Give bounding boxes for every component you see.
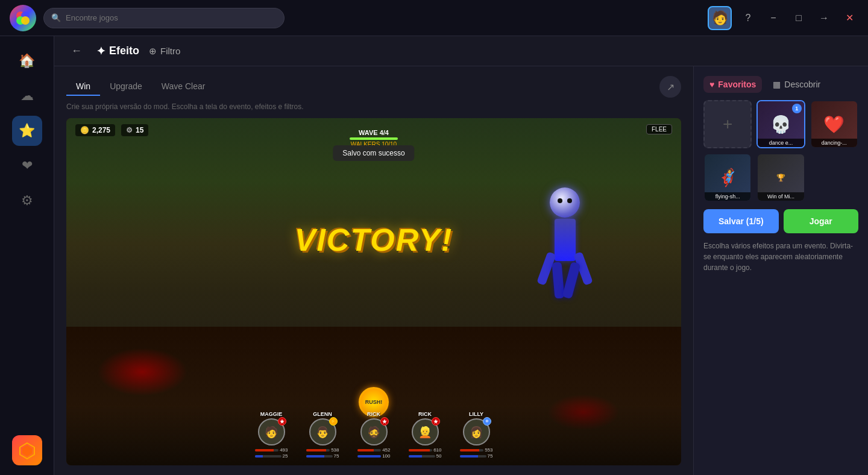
top-nav: ← ✦ Efeito ⊕ Filtro [54, 36, 868, 66]
char-stats-rick: 452 100 [357, 447, 391, 459]
page-title: Efeito [109, 45, 139, 57]
share-icon: ↗ [667, 81, 675, 93]
victory-area: VICTORY! [295, 222, 453, 258]
sidebar-item-effects[interactable]: ⭐ [12, 116, 42, 146]
char-name-rick2: RICK [418, 411, 432, 417]
game-canvas: 🪙 2,275 ⚙ 15 WAVE 4/4 [66, 118, 681, 465]
svg-marker-5 [22, 445, 32, 456]
effect-card-dancing[interactable]: ❤️ dancing-... [810, 100, 858, 148]
char-badge-maggie [278, 417, 286, 426]
search-bar[interactable]: 🔍 [43, 8, 285, 28]
coins-stat: 🪙 2,275 [75, 124, 115, 136]
settings-icon: ⚙ [21, 193, 33, 209]
title-bar: 🔍 🧑 ? − □ → ✕ [0, 0, 868, 36]
gear-small-icon: ⚙ [126, 126, 133, 134]
char-avatar-lilly: 👩 ❄ [463, 418, 490, 445]
flying-effect-label: flying-sh... [705, 192, 750, 201]
descobrir-button[interactable]: ▦ Descobrir [767, 76, 826, 93]
save-notification: Salvo com sucesso [333, 145, 414, 161]
avatar-button[interactable]: 🧑 [708, 6, 732, 30]
char-name-glenn: GLENN [313, 411, 332, 417]
dance-effect-icon: 💀 [770, 115, 791, 134]
search-icon: 🔍 [51, 13, 61, 22]
heart-icon: ❤ [22, 158, 33, 174]
coin-icon: 🪙 [80, 126, 89, 134]
char-slot-rick: RICK 🧔 452 100 [357, 411, 391, 459]
wave-bar-fill [350, 137, 398, 140]
tabs-row: Win Upgrade Wave Clear ↗ [66, 76, 681, 98]
favoritos-button[interactable]: ♥ Favoritos [703, 76, 762, 93]
dance-effect-badge: 1 [792, 104, 802, 113]
share-button[interactable]: ↗ [659, 76, 681, 98]
sidebar-item-settings[interactable]: ⚙ [12, 186, 42, 216]
effect-card-win[interactable]: 🏆 Win of Mi... [756, 153, 805, 201]
sidebar-item-favorites[interactable]: ❤ [12, 151, 42, 181]
char-avatar-rick2: 👱 [412, 418, 439, 445]
left-panel: Win Upgrade Wave Clear ↗ Crie sua própri… [54, 66, 693, 475]
sidebar-item-home[interactable]: 🏠 [12, 46, 42, 76]
svg-point-3 [21, 16, 30, 25]
content-area: ← ✦ Efeito ⊕ Filtro Win Upgrade Wave Cle… [54, 36, 868, 475]
svg-marker-6 [280, 419, 285, 424]
tab-wave-clear[interactable]: Wave Clear [152, 78, 215, 96]
game-preview: 🪙 2,275 ⚙ 15 WAVE 4/4 [66, 118, 681, 465]
effect-add-button[interactable]: + [703, 100, 752, 148]
flee-button[interactable]: FLEE [646, 124, 672, 134]
search-input[interactable] [66, 13, 277, 22]
filtro-icon: ⊕ [149, 46, 157, 57]
wave-label: WAVE 4/4 [350, 129, 398, 136]
efeito-icon: ✦ [96, 45, 105, 58]
char-slot-maggie: MAGGIE 🧑 493 25 [255, 411, 288, 459]
win-effect-label: Win of Mi... [758, 192, 804, 201]
skeleton-head [550, 187, 580, 218]
filtro-button[interactable]: ⊕ Filtro [149, 46, 180, 57]
right-panel: ♥ Favoritos ▦ Descobrir + [693, 66, 868, 475]
content-inner: Win Upgrade Wave Clear ↗ Crie sua própri… [54, 66, 868, 475]
save-button[interactable]: Salvar (1/5) [703, 209, 779, 233]
sidebar-item-cloud[interactable]: ☁ [12, 81, 42, 111]
minimize-button[interactable]: − [764, 9, 782, 27]
play-button[interactable]: Jogar [784, 209, 859, 233]
char-slot-rick2: RICK 👱 610 50 [409, 411, 442, 459]
wave-progress-bar [350, 137, 398, 140]
hud-top: 🪙 2,275 ⚙ 15 WAVE 4/4 [66, 124, 681, 136]
win-effect-icon: 🏆 [776, 174, 785, 182]
maximize-button[interactable]: □ [790, 9, 808, 27]
effects-grid: + 💀 dance e... 1 ❤️ [703, 100, 858, 202]
char-avatar-glenn: 👨 ⚡ [309, 418, 336, 445]
navigate-button[interactable]: → [815, 9, 833, 27]
effect-card-flying[interactable]: 🦸 flying-sh... [703, 153, 752, 201]
char-name-rick: RICK [367, 411, 380, 417]
character-row: MAGGIE 🧑 493 25 [72, 411, 675, 459]
dancing-effect-icon: ❤️ [823, 115, 844, 134]
bluestacks-logo-bottom [12, 435, 42, 465]
right-top-row: ♥ Favoritos ▦ Descobrir [703, 76, 858, 93]
char-stats-glenn: 538 75 [306, 447, 339, 459]
dancing-effect-label: dancing-... [811, 139, 857, 147]
effects-icon: ⭐ [19, 123, 35, 139]
cloud-icon: ☁ [20, 88, 34, 104]
efeito-label: ✦ Efeito [96, 45, 139, 58]
subtitle-text: Crie sua própria versão do mod. Escolha … [66, 102, 681, 111]
victory-text: VICTORY! [295, 222, 453, 258]
back-button[interactable]: ← [66, 42, 87, 60]
gears-stat: ⚙ 15 [121, 124, 148, 136]
skeleton-leg-right [562, 262, 581, 299]
tab-upgrade[interactable]: Upgrade [100, 78, 152, 96]
close-button[interactable]: ✕ [840, 9, 858, 27]
tab-win[interactable]: Win [66, 78, 100, 96]
description-text: Escolha vários efeitos para um evento. D… [703, 241, 858, 273]
svg-marker-7 [382, 419, 387, 424]
effect-card-dance[interactable]: 💀 dance e... 1 [756, 100, 805, 148]
char-stats-maggie: 493 25 [255, 447, 288, 459]
action-buttons: Salvar (1/5) Jogar [703, 209, 858, 233]
heart-filled-icon: ♥ [709, 80, 714, 89]
plus-icon: + [723, 115, 732, 134]
skeleton-character [541, 187, 589, 296]
char-name-lilly: LILLY [469, 411, 483, 417]
help-button[interactable]: ? [739, 9, 757, 27]
char-slot-lilly: LILLY 👩 ❄ 553 75 [460, 411, 493, 459]
app-logo [10, 5, 36, 31]
char-stats-rick2: 610 50 [409, 447, 442, 459]
flying-effect-icon: 🦸 [717, 168, 738, 187]
